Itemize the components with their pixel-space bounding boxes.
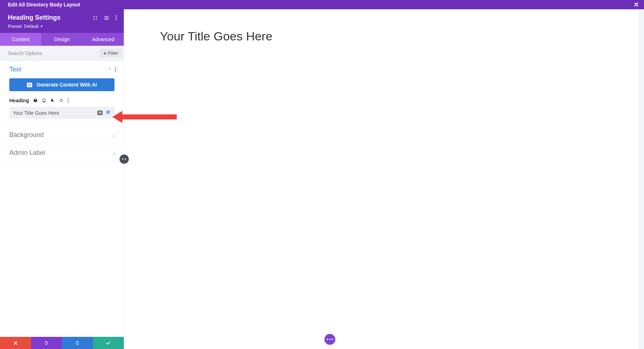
resize-horizontal-icon [122,157,127,162]
plus-icon: + [103,51,106,56]
ai-chip-icon: AI [27,83,32,87]
tab-advanced[interactable]: Advanced [83,33,124,46]
settings-panel: Heading Settings Preset: Default ▼ Conte… [0,9,124,349]
sidebar-icon[interactable] [104,15,109,20]
caret-down-icon: ▼ [40,25,43,28]
panel-tabs: Content Design Advanced [0,33,124,46]
panel-menu-icon[interactable] [116,15,117,20]
section-admin-label-title: Admin Label [9,149,45,157]
save-button[interactable] [93,337,124,349]
topbar-title: Edit All Directory Body Layout [8,2,80,8]
reset-icon[interactable] [59,98,63,103]
undo-icon [44,340,49,346]
section-admin-label-header[interactable]: Admin Label ⌄ [0,144,124,162]
heading-input[interactable] [13,110,97,116]
section-text-title: Text [9,66,21,73]
filter-label: Filter [108,50,118,56]
panel-content: Text ⌃ AI Generate Content With AI Headi… [0,61,124,337]
heading-field-label-row: Heading [9,98,114,103]
more-fab[interactable] [325,334,335,345]
heading-field-label: Heading [9,98,29,103]
panel-header: Heading Settings Preset: Default ▼ [0,9,124,33]
dynamic-content-icon[interactable] [106,109,111,116]
chevron-up-icon: ⌃ [108,67,111,72]
section-text: Text ⌃ AI Generate Content With AI Headi… [0,61,124,126]
expand-panel-handle[interactable] [119,154,129,164]
section-background-title: Background [9,131,44,139]
redo-icon [75,340,80,346]
check-icon [106,340,111,346]
tab-design[interactable]: Design [41,33,82,46]
scrollbar-gutter[interactable] [639,9,644,349]
help-icon[interactable] [33,98,38,103]
preview-heading: Your Title Goes Here [160,29,639,43]
fullscreen-icon[interactable] [93,15,98,20]
filter-button[interactable]: + Filter [100,49,122,58]
section-background-header[interactable]: Background ⌄ [0,126,124,144]
preview-canvas: Your Title Goes Here [124,9,639,349]
chevron-down-icon: ⌄ [112,151,116,156]
close-icon [13,340,18,346]
preset-label: Preset: Default [8,24,39,29]
heading-input-wrap: AI [9,107,114,119]
ai-pill-icon[interactable]: AI [97,110,103,115]
undo-button[interactable] [31,337,62,349]
preset-dropdown[interactable]: Preset: Default ▼ [8,24,43,29]
search-input[interactable] [5,49,98,58]
section-admin-label: Admin Label ⌄ [0,144,124,162]
redo-button[interactable] [62,337,93,349]
topbar: Edit All Directory Body Layout ✕ [0,0,644,9]
section-text-menu-icon[interactable] [115,67,116,72]
heading-field-menu-icon[interactable] [68,98,69,103]
panel-title: Heading Settings [8,14,60,21]
mobile-icon[interactable] [42,98,46,103]
section-background: Background ⌄ [0,126,124,144]
generate-ai-button[interactable]: AI Generate Content With AI [9,78,114,91]
section-text-header[interactable]: Text ⌃ [0,61,124,78]
generate-ai-label: Generate Content With AI [36,82,97,88]
search-row: + Filter [0,46,124,61]
close-icon[interactable]: ✕ [634,1,639,8]
cursor-icon[interactable] [50,98,55,103]
panel-footer [0,337,124,349]
chevron-down-icon: ⌄ [112,133,116,138]
tab-content[interactable]: Content [0,33,41,46]
cancel-button[interactable] [0,337,31,349]
